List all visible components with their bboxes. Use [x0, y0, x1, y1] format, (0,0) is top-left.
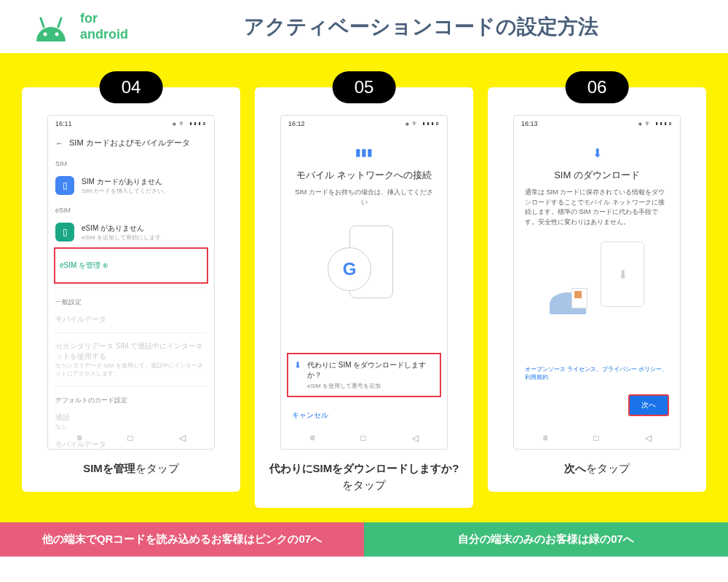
phone-screenshot-05: 16:12 ⊕ ᯤ ▮▮▮▯ ▮▮▮ モバイル ネットワークへの接続 SIM カ… [280, 115, 448, 450]
nav-bar: ≡ □ ◁ [281, 427, 447, 449]
footer: 他の端末でQRコードを読み込めるお客様はピンクの07へ 自分の端末のみのお客様は… [0, 522, 728, 557]
google-g-icon: G [343, 259, 357, 279]
connect-body: SIM カードをお持ちの場合は、挿入してください [292, 188, 436, 207]
phone-screenshot-06: 16:13 ⊕ ᯤ ▮▮▮▯ ⬇ SIM のダウンロード 通常は SIM カード… [513, 115, 681, 450]
status-bar: 16:13 ⊕ ᯤ ▮▮▮▯ [514, 116, 680, 132]
mobile-data-row: モバイルデータ [55, 310, 207, 329]
nav-home-icon[interactable]: □ [127, 433, 132, 443]
nav-menu-icon[interactable]: ≡ [76, 433, 82, 443]
nav-back-icon[interactable]: ◁ [412, 433, 419, 443]
svg-point-2 [44, 32, 47, 36]
step-04: 04 16:11 ⊕ ᯤ ▮▮▮▯ ← SIM カードおよびモバイルデータ SI… [22, 71, 240, 508]
step-caption: 次へをタップ [499, 461, 695, 477]
svg-line-1 [58, 18, 61, 27]
highlight-esim-manage: eSIM を管理 ⊕ [54, 247, 208, 284]
step-card: 16:11 ⊕ ᯤ ▮▮▮▯ ← SIM カードおよびモバイルデータ SIM ▯… [22, 87, 240, 492]
step-card: 16:12 ⊕ ᯤ ▮▮▮▯ ▮▮▮ モバイル ネットワークへの接続 SIM カ… [255, 87, 473, 508]
step-card: 16:13 ⊕ ᯤ ▮▮▮▯ ⬇ SIM のダウンロード 通常は SIM カード… [488, 87, 706, 492]
esim-manage-link[interactable]: eSIM を管理 ⊕ [60, 253, 202, 278]
settings-header: ← SIM カードおよびモバイルデータ [55, 132, 207, 154]
header: for android アクティベーションコードの設定方法 [0, 0, 728, 53]
download-icon: ⬇ [294, 360, 301, 370]
step-05: 05 16:12 ⊕ ᯤ ▮▮▮▯ ▮▮▮ モバイル ネットワークへの接続 SI… [255, 71, 473, 508]
status-icons: ⊕ ᯤ ▮▮▮▯ [405, 120, 440, 127]
android-icon [29, 12, 73, 41]
signal-icon: ▮▮▮ [292, 146, 436, 158]
android-logo: for android [29, 11, 128, 42]
status-bar: 16:12 ⊕ ᯤ ▮▮▮▯ [281, 116, 447, 132]
status-icons: ⊕ ᯤ ▮▮▮▯ [638, 120, 673, 127]
sim-icon: ▯ [55, 176, 74, 195]
connect-heading: モバイル ネットワークへの接続 [292, 169, 436, 182]
general-section-label: 一般設定 [55, 292, 207, 310]
phone-screenshot-04: 16:11 ⊕ ᯤ ▮▮▮▯ ← SIM カードおよびモバイルデータ SIM ▯… [47, 115, 215, 450]
sim-card-icon [571, 288, 587, 308]
nav-home-icon[interactable]: □ [593, 433, 598, 443]
sim-section-label: SIM [55, 154, 207, 170]
secondary-sim-row: セカンダリデータ SIM で通話中にインターネットを使用する セカンダリデータ … [55, 337, 207, 382]
download-body: 通常は SIM カードに保存されている情報をダウンロードすることでモバイル ネッ… [525, 188, 669, 227]
step-number: 05 [333, 71, 396, 103]
cloud-illustration: ⬇ [546, 242, 648, 314]
footer-pink: 他の端末でQRコードを読み込めるお客様はピンクの07へ [0, 522, 364, 557]
time: 16:11 [55, 120, 72, 127]
next-button[interactable]: 次へ [628, 394, 669, 416]
download-heading: SIM のダウンロード [525, 169, 669, 182]
for-android-label: for android [80, 11, 128, 42]
step-number: 04 [100, 71, 163, 103]
nav-back-icon[interactable]: ◁ [645, 433, 652, 443]
highlight-download-sim: ⬇ 代わりに SIM をダウンロードしますか？ eSIM を使用して番号を追加 [287, 353, 441, 397]
nav-bar: ≡ □ ◁ [48, 427, 214, 449]
phone-illustration: G [335, 226, 393, 313]
nav-menu-icon[interactable]: ≡ [542, 433, 547, 443]
nav-back-icon[interactable]: ◁ [179, 433, 186, 443]
back-icon[interactable]: ← [55, 139, 63, 148]
main-content: 04 16:11 ⊕ ᯤ ▮▮▮▯ ← SIM カードおよびモバイルデータ SI… [0, 53, 728, 522]
footer-green: 自分の端末のみのお客様は緑の07へ [364, 522, 728, 557]
esim-row[interactable]: ▯ eSIM がありません eSIM を追加して有効にします [55, 217, 207, 247]
step-06: 06 16:13 ⊕ ᯤ ▮▮▮▯ ⬇ SIM のダウンロード 通常は SIM … [488, 71, 706, 508]
time: 16:12 [288, 120, 305, 127]
phone-outline-icon: ⬇ [601, 242, 644, 307]
step-number: 06 [566, 71, 629, 103]
time: 16:13 [521, 120, 538, 127]
highlight-next: 次へ [521, 387, 673, 423]
nav-menu-icon[interactable]: ≡ [309, 433, 314, 443]
legal-links[interactable]: オープンソース ライセンス、プライバシー ポリシー、利用規約 [521, 365, 673, 381]
esim-icon: ▯ [55, 223, 74, 242]
download-icon: ⬇ [525, 146, 669, 160]
status-icons: ⊕ ᯤ ▮▮▮▯ [173, 120, 207, 127]
step-caption: 代わりにSIMをダウンロードしますか?をタップ [266, 461, 462, 493]
default-section-label: デフォルトのカード設定 [55, 390, 207, 408]
svg-line-0 [41, 18, 44, 27]
nav-bar: ≡ □ ◁ [514, 427, 680, 449]
step-caption: SIMを管理をタップ [33, 461, 229, 477]
screen-title: SIM カードおよびモバイルデータ [69, 137, 190, 148]
download-sim-option[interactable]: 代わりに SIM をダウンロードしますか？ eSIM を使用して番号を追加 [307, 360, 434, 390]
status-bar: 16:11 ⊕ ᯤ ▮▮▮▯ [48, 116, 214, 132]
svg-point-3 [55, 32, 59, 36]
nav-home-icon[interactable]: □ [360, 433, 365, 443]
sim-card-row[interactable]: ▯ SIM カードがありません SIM カードを挿入してください。 [55, 170, 207, 201]
page-title: アクティベーションコードの設定方法 [143, 13, 699, 41]
cancel-button[interactable]: キャンセル [288, 404, 440, 426]
esim-section-label: eSIM [55, 201, 207, 217]
